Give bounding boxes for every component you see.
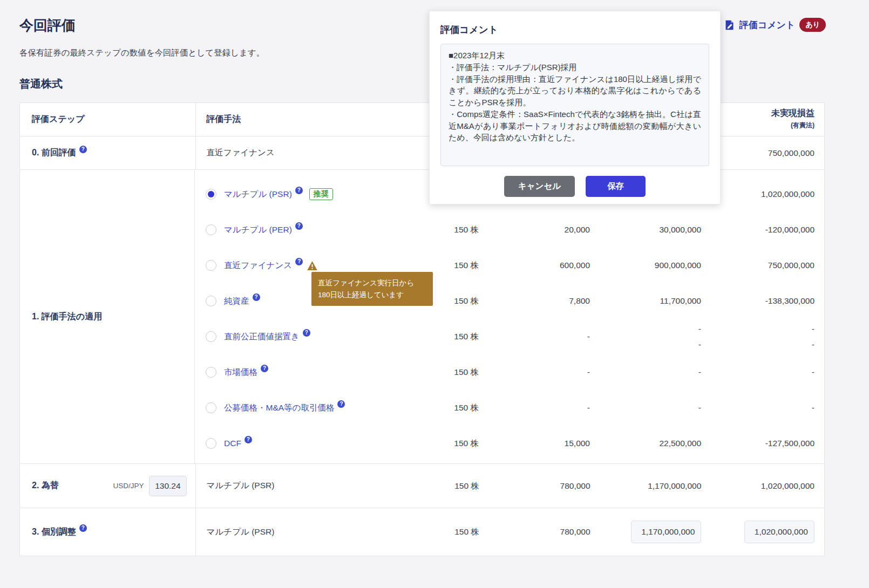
row-method-application: 1. 評価手法の適用 マルチプル (PSR) ? 推奨 1,020,000,00… xyxy=(20,170,824,464)
method-option-label[interactable]: マルチプル (PSR) xyxy=(224,189,292,200)
pl-value: -120,000,000 xyxy=(711,212,824,248)
pl-value: -127,500,000 xyxy=(711,426,824,461)
unit-price-value: 780,000 xyxy=(489,464,600,508)
method-name: 直近ファイナンス xyxy=(207,147,275,159)
help-icon[interactable]: ? xyxy=(245,436,252,443)
radio-recent-financing[interactable] xyxy=(206,260,216,271)
current-valuation-page: 今回評価 各保有証券の最終ステップの数値を今回評価として登録します。 普通株式 … xyxy=(0,0,869,588)
method-option-row: 公募価格・M&A等の取引価格 ? 150 株 - - - xyxy=(195,390,824,426)
help-icon[interactable]: ? xyxy=(261,365,268,372)
help-icon[interactable]: ? xyxy=(337,400,345,408)
qty-value: 150 株 xyxy=(377,319,488,354)
radio-multiple-per[interactable] xyxy=(206,224,216,235)
row-individual-adjustment: 3. 個別調整 ? マルチプル (PSR) 150 株 780,000 xyxy=(20,508,824,556)
pl-input[interactable] xyxy=(744,521,814,543)
unit-price-value: - xyxy=(488,319,600,354)
method-option-row: DCF ? 150 株 15,000 22,500,000 -127,500,0… xyxy=(195,426,824,461)
method-option-label[interactable]: マルチプル (PER) xyxy=(224,224,292,236)
qty-value: 150 株 xyxy=(378,508,489,556)
radio-market-price[interactable] xyxy=(206,367,216,378)
pl-value: 750,000,000 xyxy=(711,248,824,283)
method-option-label[interactable]: 直前公正価値据置き xyxy=(224,331,300,343)
radio-multiple-psr[interactable] xyxy=(206,189,216,200)
method-option-label[interactable]: 公募価格・M&A等の取引価格 xyxy=(224,402,334,414)
recommend-badge: 推奨 xyxy=(309,188,333,200)
cancel-button[interactable]: キャンセル xyxy=(504,176,575,197)
method-name: マルチプル (PSR) xyxy=(207,527,275,538)
fx-pair-label: USD/JPY xyxy=(113,482,144,490)
help-icon[interactable]: ? xyxy=(303,329,310,337)
pl-value: 1,020,000,000 xyxy=(711,176,824,212)
method-name: マルチプル (PSR) xyxy=(207,480,275,491)
qty-value: 150 株 xyxy=(377,426,488,461)
valuation-comment-dialog: 評価コメント ■2023年12月末 ・評価手法：マルチプル(PSR)採用 ・評価… xyxy=(429,11,721,204)
document-edit-icon xyxy=(724,19,735,31)
method-option-label[interactable]: 直近ファイナンス xyxy=(224,260,292,271)
unit-price-value: - xyxy=(488,390,600,426)
warning-tooltip: 直近ファイナンス実行日から 180日以上経過しています xyxy=(311,272,433,306)
valuation-comment-link[interactable]: 評価コメント あり xyxy=(724,18,826,32)
unit-price-value: 7,800 xyxy=(488,283,600,319)
valuation-value: - - xyxy=(600,319,711,354)
radio-ipo-ma-price[interactable] xyxy=(206,402,216,413)
pl-value: - - xyxy=(711,319,824,354)
valuation-value: - xyxy=(600,390,711,426)
page-title: 今回評価 xyxy=(19,16,76,35)
step-label: 0. 前回評価 xyxy=(32,147,76,159)
valuation-value: - xyxy=(600,354,711,390)
unit-price-value: - xyxy=(488,354,600,390)
pl-value: - xyxy=(711,390,824,426)
radio-dcf[interactable] xyxy=(206,438,216,449)
fx-rate-input[interactable] xyxy=(149,476,187,496)
step-label: 3. 個別調整 xyxy=(32,527,76,538)
step-label: 2. 為替 xyxy=(32,480,59,491)
valuation-value: 900,000,000 xyxy=(600,248,711,283)
col-header-step: 評価ステップ xyxy=(20,103,196,136)
method-option-row: 市場価格 ? 150 株 - - - xyxy=(195,354,824,390)
pl-header-sub: (有責法) xyxy=(791,119,814,132)
save-button[interactable]: 保存 xyxy=(586,176,646,197)
unit-price-value: 20,000 xyxy=(488,212,600,248)
method-option-row: 純資産 ? 150 株 7,800 11,700,000 -138,300,00… xyxy=(195,283,824,319)
valuation-value: 22,500,000 xyxy=(600,426,711,461)
qty-value: 150 株 xyxy=(378,464,489,508)
dialog-title: 評価コメント xyxy=(440,23,709,36)
valuation-input[interactable] xyxy=(631,521,701,543)
warning-icon[interactable] xyxy=(307,261,317,272)
step-label: 1. 評価手法の適用 xyxy=(32,311,102,323)
pl-value: -138,300,000 xyxy=(711,283,824,319)
col-header-method: 評価手法 xyxy=(196,103,378,136)
qty-value: 150 株 xyxy=(377,390,488,426)
method-option-row: 直前公正価値据置き ? 150 株 - - - - - xyxy=(195,319,824,354)
col-header-unrealized-pl: 未実現損益 (有責法) xyxy=(711,103,824,136)
valuation-value: 11,700,000 xyxy=(600,283,711,319)
comment-link-label: 評価コメント xyxy=(739,19,796,31)
method-option-row: マルチプル (PER) ? 150 株 20,000 30,000,000 -1… xyxy=(195,212,824,248)
section-title-common-stock: 普通株式 xyxy=(19,77,63,91)
method-option-label[interactable]: 市場価格 xyxy=(224,367,257,378)
help-icon[interactable]: ? xyxy=(295,187,303,194)
comment-textarea[interactable]: ■2023年12月末 ・評価手法：マルチプル(PSR)採用 ・評価手法の採用理由… xyxy=(440,44,709,166)
page-subtitle: 各保有証券の最終ステップの数値を今回評価として登録します。 xyxy=(19,47,264,59)
valuation-value: 30,000,000 xyxy=(600,212,711,248)
unit-price-value: 15,000 xyxy=(488,426,600,461)
comment-exists-badge: あり xyxy=(799,18,826,32)
method-option-label[interactable]: 純資産 xyxy=(224,296,249,307)
qty-value: 150 株 xyxy=(377,354,488,390)
pl-header-main: 未実現損益 xyxy=(771,108,814,118)
qty-value: 150 株 xyxy=(377,212,488,248)
radio-net-assets[interactable] xyxy=(206,296,216,306)
help-icon[interactable]: ? xyxy=(253,293,260,301)
pl-value: 750,000,000 xyxy=(711,136,824,169)
unit-price-value: 600,000 xyxy=(488,248,600,283)
method-option-row: 直近ファイナンス ? 150 株 600,000 900,000,000 xyxy=(195,248,824,283)
radio-prior-fair-value[interactable] xyxy=(206,331,216,342)
help-icon[interactable]: ? xyxy=(295,258,303,265)
method-option-label[interactable]: DCF xyxy=(224,439,241,448)
row-fx: 2. 為替 USD/JPY マルチプル (PSR) 150 株 780,000 … xyxy=(20,464,824,508)
help-icon[interactable]: ? xyxy=(79,146,87,153)
valuation-value: 1,170,000,000 xyxy=(600,464,711,508)
pl-value: - xyxy=(711,354,824,390)
help-icon[interactable]: ? xyxy=(295,222,303,230)
help-icon[interactable]: ? xyxy=(79,524,87,532)
